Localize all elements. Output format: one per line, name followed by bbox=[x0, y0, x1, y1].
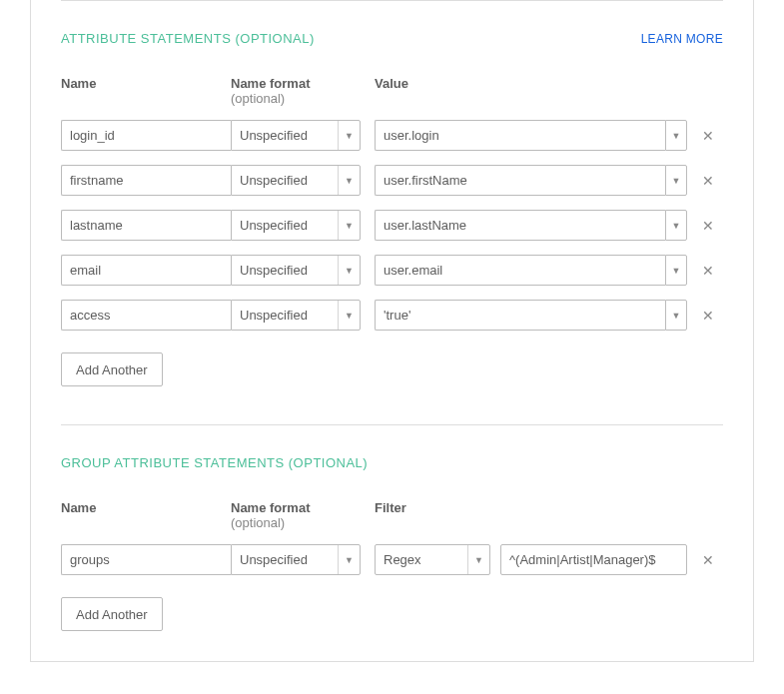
chevron-down-icon[interactable]: ▼ bbox=[665, 120, 687, 151]
format-label: Name format bbox=[231, 500, 310, 515]
column-header-name: Name bbox=[61, 76, 231, 106]
add-attribute-button[interactable]: Add Another bbox=[61, 352, 163, 386]
close-icon: ✕ bbox=[702, 218, 714, 234]
attribute-format-select[interactable]: Unspecified▼ bbox=[231, 120, 361, 151]
remove-row-button[interactable]: ✕ bbox=[693, 544, 723, 575]
remove-row-button[interactable]: ✕ bbox=[693, 255, 723, 286]
attribute-row: Unspecified▼▼✕ bbox=[61, 300, 723, 331]
column-header-filter: Filter bbox=[375, 500, 723, 530]
format-optional: (optional) bbox=[231, 91, 285, 106]
remove-row-button[interactable]: ✕ bbox=[693, 165, 723, 196]
chevron-down-icon[interactable]: ▼ bbox=[665, 300, 687, 331]
chevron-down-icon: ▼ bbox=[338, 256, 360, 285]
group-section-header: GROUP ATTRIBUTE STATEMENTS (OPTIONAL) bbox=[61, 455, 723, 470]
attribute-format-select[interactable]: Unspecified▼ bbox=[231, 165, 361, 196]
chevron-down-icon: ▼ bbox=[338, 166, 360, 195]
group-format-select[interactable]: Unspecified▼ bbox=[231, 544, 361, 575]
attribute-format-select[interactable]: Unspecified▼ bbox=[231, 210, 361, 241]
attribute-section-title: ATTRIBUTE STATEMENTS (OPTIONAL) bbox=[61, 31, 315, 46]
attribute-name-input[interactable] bbox=[61, 255, 231, 286]
group-row: Unspecified▼Regex▼✕ bbox=[61, 544, 723, 575]
close-icon: ✕ bbox=[702, 263, 714, 279]
attribute-section-header: ATTRIBUTE STATEMENTS (OPTIONAL) LEARN MO… bbox=[61, 31, 723, 46]
chevron-down-icon: ▼ bbox=[338, 121, 360, 150]
attribute-row: Unspecified▼▼✕ bbox=[61, 120, 723, 151]
attribute-name-input[interactable] bbox=[61, 165, 231, 196]
close-icon: ✕ bbox=[702, 173, 714, 189]
close-icon: ✕ bbox=[702, 552, 714, 568]
chevron-down-icon[interactable]: ▼ bbox=[665, 210, 687, 241]
close-icon: ✕ bbox=[702, 128, 714, 144]
filter-value-input[interactable] bbox=[500, 544, 687, 575]
chevron-down-icon[interactable]: ▼ bbox=[665, 165, 687, 196]
remove-row-button[interactable]: ✕ bbox=[693, 120, 723, 151]
filter-type-select[interactable]: Regex▼ bbox=[375, 544, 490, 575]
attribute-value-input[interactable] bbox=[375, 300, 665, 331]
chevron-down-icon[interactable]: ▼ bbox=[665, 255, 687, 286]
remove-row-button[interactable]: ✕ bbox=[693, 300, 723, 331]
remove-row-button[interactable]: ✕ bbox=[693, 210, 723, 241]
attribute-row: Unspecified▼▼✕ bbox=[61, 165, 723, 196]
divider bbox=[61, 0, 723, 1]
attribute-value-input[interactable] bbox=[375, 165, 665, 196]
chevron-down-icon: ▼ bbox=[338, 545, 360, 574]
group-section-title: GROUP ATTRIBUTE STATEMENTS (OPTIONAL) bbox=[61, 455, 368, 470]
attribute-row: Unspecified▼▼✕ bbox=[61, 255, 723, 286]
divider bbox=[61, 424, 723, 425]
attribute-name-input[interactable] bbox=[61, 300, 231, 331]
attribute-value-input[interactable] bbox=[375, 255, 665, 286]
attribute-format-select[interactable]: Unspecified▼ bbox=[231, 255, 361, 286]
attribute-value-input[interactable] bbox=[375, 210, 665, 241]
format-optional: (optional) bbox=[231, 515, 285, 530]
chevron-down-icon: ▼ bbox=[467, 545, 489, 574]
add-group-button[interactable]: Add Another bbox=[61, 597, 163, 631]
column-header-format: Name format (optional) bbox=[231, 76, 361, 106]
attribute-column-headers: Name Name format (optional) Value bbox=[61, 76, 723, 106]
chevron-down-icon: ▼ bbox=[338, 211, 360, 240]
group-name-input[interactable] bbox=[61, 544, 231, 575]
attribute-value-input[interactable] bbox=[375, 120, 665, 151]
attribute-name-input[interactable] bbox=[61, 120, 231, 151]
saml-config-panel: ATTRIBUTE STATEMENTS (OPTIONAL) LEARN MO… bbox=[30, 0, 754, 662]
chevron-down-icon: ▼ bbox=[338, 301, 360, 330]
attribute-format-select[interactable]: Unspecified▼ bbox=[231, 300, 361, 331]
close-icon: ✕ bbox=[702, 308, 714, 324]
learn-more-link[interactable]: LEARN MORE bbox=[641, 32, 723, 46]
column-header-format: Name format (optional) bbox=[231, 500, 361, 530]
column-header-value: Value bbox=[375, 76, 723, 106]
group-column-headers: Name Name format (optional) Filter bbox=[61, 500, 723, 530]
attribute-name-input[interactable] bbox=[61, 210, 231, 241]
attribute-row: Unspecified▼▼✕ bbox=[61, 210, 723, 241]
column-header-name: Name bbox=[61, 500, 231, 530]
format-label: Name format bbox=[231, 76, 310, 91]
